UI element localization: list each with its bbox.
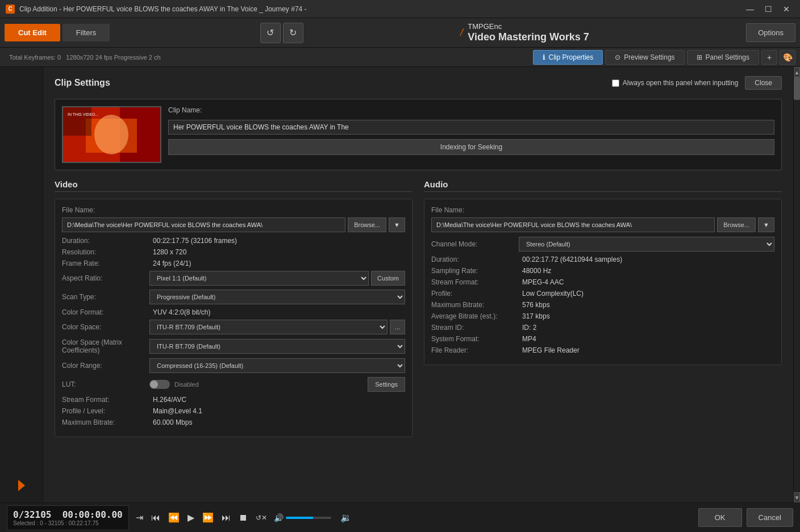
framerate-value: 24 fps (24/1) [153, 259, 191, 267]
clip-settings-panel: Clip Settings Always open this panel whe… [43, 67, 793, 502]
maximize-button[interactable]: ☐ [760, 3, 776, 15]
color-range-label: Color Range: [62, 362, 147, 370]
add-tab-button[interactable]: + [761, 50, 777, 65]
lut-toggle[interactable] [149, 380, 170, 389]
left-strip [0, 67, 43, 502]
brand-area: / TMPGEnc Video Mastering Works 7 [460, 22, 589, 43]
panel-icon: ⊞ [697, 53, 702, 61]
scrollbar-down-button[interactable]: ▼ [794, 492, 800, 502]
always-open-label[interactable]: Always open this panel when inputting [612, 79, 738, 87]
thumbnail-image: IN THIS VIDEO... [63, 107, 160, 162]
audio-profile-value: Low Complexity(LC) [522, 290, 584, 298]
duration-label: Duration: [62, 237, 153, 245]
profile-level-row: Profile / Level: Main@Level 4.1 [62, 407, 405, 415]
tab-panel-settings[interactable]: ⊞ Panel Settings [687, 50, 759, 65]
video-file-input[interactable] [62, 217, 345, 232]
minimize-button[interactable]: — [742, 3, 758, 15]
close-panel-button[interactable]: Close [745, 76, 782, 90]
audio-stream-format-row: Stream Format: MPEG-4 AAC [431, 278, 774, 286]
framerate-label: Frame Rate: [62, 259, 153, 267]
color-format-row: Color Format: YUV 4:2:0(8 bit/ch) [62, 308, 405, 316]
loop-button[interactable]: ↺✕ [253, 512, 269, 524]
file-reader-value: MPEG File Reader [522, 346, 580, 354]
resolution-row: Resolution: 1280 x 720 [62, 248, 405, 256]
scan-type-row: Scan Type: Progressive (Default) [62, 290, 405, 304]
undo-button[interactable]: ↺ [260, 23, 281, 43]
step-forward-button[interactable]: ⏭ [219, 510, 233, 525]
color-space-matrix-row: Color Space (Matrix Coefficients) ITU-R … [62, 338, 405, 354]
cancel-button[interactable]: Cancel [747, 508, 793, 527]
stream-format-label: Stream Format: [62, 396, 153, 404]
audio-title: Audio [424, 179, 782, 192]
app-icon: C [6, 5, 15, 14]
audio-filename-input-row: Browse... ▼ [431, 217, 774, 232]
color-space-matrix-select[interactable]: ITU-R BT.709 (Default) [149, 339, 405, 354]
video-audio-section: Video File Name: Browse... ▼ Duration: 0… [55, 179, 782, 444]
indexing-button[interactable]: Indexing for Seeking [168, 139, 774, 155]
stream-id-label: Stream ID: [431, 324, 522, 332]
clip-name-field-label: Clip Name: [168, 106, 774, 114]
options-button[interactable]: Options [746, 23, 795, 42]
stream-format-value: H.264/AVC [153, 396, 186, 404]
speaker-button[interactable]: 🔉 [338, 510, 354, 525]
video-browse-dropdown[interactable]: ▼ [389, 217, 405, 232]
clip-name-input[interactable] [168, 120, 774, 135]
lut-label: LUT: [62, 380, 147, 388]
audio-file-input[interactable] [431, 217, 715, 232]
avg-bitrate-value: 317 kbps [522, 312, 550, 320]
tab-preview-settings[interactable]: ⊙ Preview Settings [605, 50, 684, 65]
frame-forward-button[interactable]: ⏩ [200, 510, 216, 525]
volume-icon[interactable]: 🔊 [274, 513, 284, 522]
system-format-value: MP4 [522, 335, 536, 343]
audio-browse-button[interactable]: Browse... [717, 217, 756, 232]
avg-bitrate-row: Average Bitrate (est.): 317 kbps [431, 312, 774, 320]
color-range-row: Color Range: Compressed (16-235) (Defaul… [62, 358, 405, 373]
mark-in-button[interactable]: ⇥ [134, 510, 145, 525]
tab-clip-properties[interactable]: ℹ Clip Properties [533, 50, 603, 65]
profile-level-label: Profile / Level: [62, 407, 153, 415]
color-space-row: Color Space: ITU-R BT.709 (Default) ... [62, 320, 405, 334]
cut-edit-button[interactable]: Cut Edit [5, 24, 60, 41]
volume-slider[interactable] [286, 517, 331, 519]
stream-format-row: Stream Format: H.264/AVC [62, 396, 405, 404]
color-range-select[interactable]: Compressed (16-235) (Default) [149, 358, 405, 373]
always-open-checkbox[interactable] [612, 79, 619, 87]
redo-button[interactable]: ↻ [283, 23, 303, 43]
video-section: Video File Name: Browse... ▼ Duration: 0… [55, 179, 413, 444]
audio-info: File Name: Browse... ▼ Channel Mode: Ste… [424, 199, 782, 365]
svg-rect-4 [63, 107, 91, 136]
lut-disabled-label: Disabled [174, 381, 199, 388]
video-browse-button[interactable]: Browse... [348, 217, 386, 232]
audio-filename-label: File Name: [431, 206, 522, 214]
color-space-matrix-label: Color Space (Matrix Coefficients) [62, 338, 147, 354]
step-back-button[interactable]: ⏮ [149, 510, 163, 525]
scan-type-select[interactable]: Progressive (Default) [149, 290, 405, 304]
audio-browse-dropdown[interactable]: ▼ [758, 217, 774, 232]
color-space-select[interactable]: ITU-R BT.709 (Default) [149, 320, 388, 334]
aspect-ratio-select[interactable]: Pixel 1:1 (Default) [149, 271, 369, 286]
video-info: File Name: Browse... ▼ Duration: 00:22:1… [55, 199, 413, 437]
stream-id-value: ID: 2 [522, 324, 536, 332]
close-button[interactable]: ✕ [778, 3, 794, 15]
audio-stream-format-label: Stream Format: [431, 278, 522, 286]
scrollbar-thumb[interactable] [794, 77, 800, 100]
scrollbar-up-button[interactable]: ▲ [794, 67, 800, 77]
stop-button[interactable]: ⏹ [236, 510, 250, 525]
color-space-extra-button[interactable]: ... [390, 320, 405, 334]
audio-max-bitrate-row: Maximum Bitrate: 576 kbps [431, 301, 774, 309]
custom-button[interactable]: Custom [371, 271, 405, 286]
filters-button[interactable]: Filters [63, 24, 110, 41]
window-title: Clip Addition - Her POWERFUL voice BLOWS… [19, 5, 742, 13]
audio-stream-format-value: MPEG-4 AAC [522, 278, 564, 286]
sampling-rate-label: Sampling Rate: [431, 267, 522, 275]
color-button[interactable]: 🎨 [780, 50, 795, 65]
ok-button[interactable]: OK [698, 508, 742, 527]
play-button[interactable]: ▶ [185, 510, 197, 525]
lut-settings-button[interactable]: Settings [368, 377, 405, 392]
aspect-ratio-row: Aspect Ratio: Pixel 1:1 (Default) Custom [62, 271, 405, 286]
system-format-row: System Format: MP4 [431, 335, 774, 343]
stream-id-row: Stream ID: ID: 2 [431, 324, 774, 332]
channel-mode-select[interactable]: Stereo (Default) [519, 237, 774, 252]
playback-bar: 0/32105 00:00:00.00 Selected : 0 - 32105… [0, 502, 800, 532]
frame-back-button[interactable]: ⏪ [166, 510, 182, 525]
